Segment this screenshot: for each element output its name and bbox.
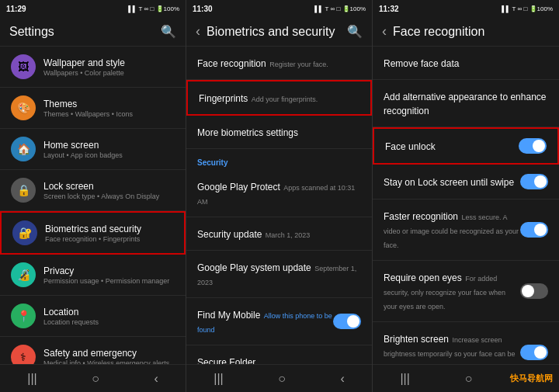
face-unlock-toggle[interactable] [519,138,547,154]
brighten-screen-toggle[interactable] [520,345,548,360]
nav-home-1[interactable]: ○ [79,367,112,390]
brighten-screen-knob [534,346,547,359]
faster-recognition-item[interactable]: Faster recognition Less secure. A video … [373,199,559,261]
find-my-mobile-toggle[interactable] [333,314,361,329]
find-my-mobile-title: Find My Mobile [197,310,260,321]
settings-item-privacy[interactable]: 🔏 Privacy Permission usage • Permission … [0,255,186,296]
brighten-screen-item[interactable]: Brighten screen Increase screen brightne… [373,322,559,364]
panel-biometrics: 11:30 ▌▌ T ∞ □ 🔋100% ‹ Biometrics and se… [186,0,373,392]
panel-face-recognition: 11:32 ▌▌ T ∞ □ 🔋100% ‹ Face recognition … [373,0,559,392]
status-icons-text-1: ▌▌ T ∞ □ 🔋100% [128,5,179,12]
themes-icon: 🎨 [11,95,36,120]
nav-home-2[interactable]: ○ [266,367,298,390]
require-open-eyes-title: Require open eyes [384,272,462,283]
bottom-nav-1: ||| ○ ‹ [0,364,186,392]
add-alternative-item[interactable]: Add alternative appearance to enhance re… [373,80,559,127]
back-button-3[interactable]: ‹ [382,23,387,40]
biometrics-subtitle: Face recognition • Fingerprints [45,235,173,243]
security-section-header: Security [186,149,372,170]
find-my-mobile-item[interactable]: Find My Mobile Allow this phone to be fo… [186,298,372,345]
settings-item-wallpaper[interactable]: 🖼 Wallpaper and style Wallpapers • Color… [0,47,186,88]
face-recognition-subtitle: Register your face. [269,61,328,68]
face-recognition-page-title: Face recognition [393,25,550,39]
bottom-nav-2: ||| ○ ‹ [186,364,372,392]
biometrics-title: Biometrics and security [45,224,173,234]
status-icons-1: ▌▌ T ∞ □ 🔋100% [128,5,179,12]
play-system-title: Google Play system update [197,262,311,273]
remove-face-data-title: Remove face data [384,58,459,69]
faster-recognition-knob [534,224,547,236]
back-button-2[interactable]: ‹ [196,23,200,40]
status-time-2: 11:30 [193,5,213,13]
nav-home-3[interactable]: ○ [453,367,485,390]
status-icons-3: ▌▌ T ∞ □ 🔋100% [502,5,553,12]
settings-item-themes[interactable]: 🎨 Themes Themes • Wallpapers • Icons [0,88,186,129]
require-eyes-knob [522,285,534,297]
settings-item-home[interactable]: 🏠 Home screen Layout • App icon badges [0,129,186,170]
themes-title: Themes [43,99,175,109]
add-alternative-title: Add alternative appearance to enhance re… [384,92,547,116]
more-biometrics-title: More biometrics settings [197,127,298,138]
nav-menu-1[interactable]: ||| [15,367,49,390]
status-time-3: 11:32 [379,5,399,13]
face-unlock-item[interactable]: Face unlock [373,127,559,165]
status-bar-2: 11:30 ▌▌ T ∞ □ 🔋100% [186,0,372,17]
wallpaper-title: Wallpaper and style [43,57,175,68]
wallpaper-icon: 🖼 [11,54,36,79]
lock-title: Lock screen [43,181,175,192]
biometrics-list: Face recognition Register your face. Fin… [186,47,372,364]
faster-recognition-toggle[interactable] [520,222,548,238]
face-unlock-toggle-knob [533,140,545,152]
settings-item-biometrics[interactable]: 🔐 Biometrics and security Face recogniti… [0,211,186,255]
require-open-eyes-item[interactable]: Require open eyes For added security, on… [373,261,559,322]
remove-face-data-item[interactable]: Remove face data [373,47,559,80]
status-bar-1: 11:29 ▌▌ T ∞ □ 🔋100% [0,0,186,17]
watermark: 快马导航网 [510,373,553,384]
biometrics-page-title: Biometrics and security [207,25,347,39]
wallpaper-subtitle: Wallpapers • Color palette [43,69,175,77]
google-play-protect-item[interactable]: Google Play Protect Apps scanned at 10:3… [186,170,372,217]
play-system-update-item[interactable]: Google Play system update September 1, 2… [186,251,372,298]
settings-item-location[interactable]: 📍 Location Location requests [0,296,186,337]
privacy-title: Privacy [43,265,175,276]
play-protect-title: Google Play Protect [197,182,280,193]
fingerprints-subtitle: Add your fingerprints. [252,95,318,103]
fingerprints-item[interactable]: Fingerprints Add your fingerprints. [186,80,372,116]
location-icon: 📍 [11,304,36,328]
stay-on-lock-item[interactable]: Stay on Lock screen until swipe [373,165,559,199]
face-recognition-list: Remove face data Add alternative appeara… [373,47,559,364]
stay-on-lock-toggle-knob [534,175,547,188]
more-biometrics-item[interactable]: More biometrics settings [186,116,372,149]
status-icons-2: ▌▌ T ∞ □ 🔋100% [314,5,366,12]
settings-item-lock[interactable]: 🔒 Lock screen Screen lock type • Always … [0,170,186,211]
home-icon: 🏠 [11,137,36,161]
stay-on-lock-toggle[interactable] [520,174,548,189]
status-icons-text-2: ▌▌ T ∞ □ 🔋100% [314,5,366,12]
require-open-eyes-toggle[interactable] [520,283,548,299]
home-subtitle: Layout • App icon badges [43,151,175,159]
brighten-screen-title: Brighten screen [384,334,449,345]
settings-title: Settings [9,25,161,39]
secure-folder-item[interactable]: Secure Folder [186,345,372,364]
fingerprints-title: Fingerprints [199,93,248,104]
safety-icon: ⚕ [11,345,36,364]
location-title: Location [43,307,175,317]
home-title: Home screen [43,140,175,151]
nav-back-1[interactable]: ‹ [141,367,170,390]
search-icon-2[interactable]: 🔍 [347,24,363,39]
settings-item-safety[interactable]: ⚕ Safety and emergency Medical info • Wi… [0,337,186,364]
nav-menu-3[interactable]: ||| [387,367,422,390]
security-update-title: Security update [197,229,262,240]
security-update-item[interactable]: Security update March 1, 2023 [186,217,372,251]
stay-on-lock-title: Stay on Lock screen until swipe [384,177,514,188]
top-bar-3: ‹ Face recognition [373,17,559,47]
biometrics-icon: 🔐 [12,220,37,245]
panel-settings: 11:29 ▌▌ T ∞ □ 🔋100% Settings 🔍 🖼 Wallpa… [0,0,186,392]
nav-back-2[interactable]: ‹ [328,367,356,390]
nav-menu-2[interactable]: ||| [201,367,235,390]
search-icon-1[interactable]: 🔍 [161,24,176,39]
safety-subtitle: Medical info • Wireless emergency alerts [43,359,175,365]
face-recognition-item[interactable]: Face recognition Register your face. [186,47,372,80]
face-recognition-title: Face recognition [197,58,266,69]
themes-subtitle: Themes • Wallpapers • Icons [43,110,175,118]
